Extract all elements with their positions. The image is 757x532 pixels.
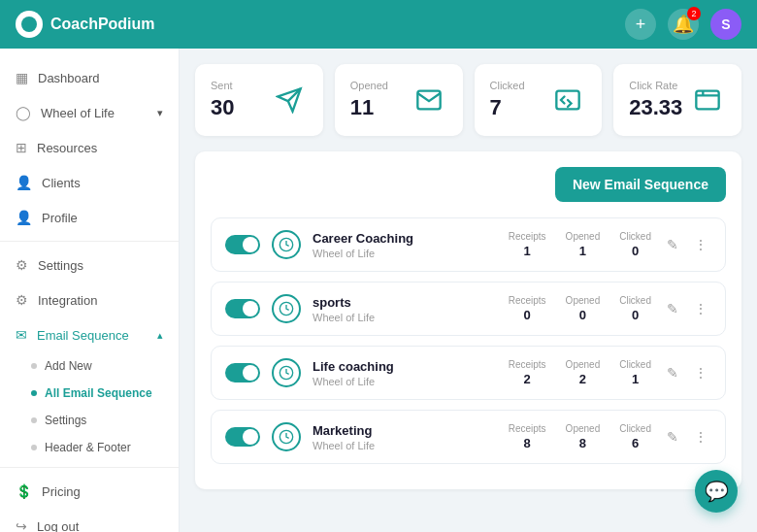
sequence-actions-marketing: ✎ ⋮ bbox=[663, 425, 711, 449]
dashboard-icon: ▦ bbox=[16, 70, 28, 85]
sidebar-label-profile: Profile bbox=[42, 211, 78, 225]
sequence-sub-career-coaching: Wheel of Life bbox=[313, 248, 497, 259]
resources-icon: ⊞ bbox=[16, 140, 27, 155]
sequence-sub-life-coaching: Wheel of Life bbox=[313, 376, 497, 387]
sidebar-subitem-settings[interactable]: Settings bbox=[0, 407, 179, 434]
stats-row: Sent 30 Opened 11 bbox=[195, 64, 741, 136]
stat-info-clicked: Clicked 7 bbox=[490, 80, 525, 120]
header-actions: + 🔔 2 S bbox=[625, 9, 741, 40]
sequence-row-marketing: Marketing Wheel of Life Receipts 8 Opene… bbox=[211, 410, 726, 464]
sequence-toggle-marketing[interactable] bbox=[225, 427, 260, 447]
notification-badge: 2 bbox=[687, 7, 701, 20]
sequence-name-life-coaching: Life coaching bbox=[313, 359, 497, 374]
sidebar-subitem-add-new[interactable]: Add New bbox=[0, 352, 179, 380]
sequence-info-career-coaching: Career Coaching Wheel of Life bbox=[313, 231, 497, 259]
header: CoachPodium + 🔔 2 S bbox=[0, 0, 757, 49]
sidebar-subitem-header-footer[interactable]: Header & Footer bbox=[0, 434, 179, 461]
stat-label-sent: Sent bbox=[211, 80, 234, 91]
sequence-actions-career-coaching: ✎ ⋮ bbox=[663, 233, 711, 256]
sequence-more-sports[interactable]: ⋮ bbox=[690, 297, 711, 320]
notification-button[interactable]: 🔔 2 bbox=[668, 9, 699, 40]
logout-icon: ↪ bbox=[16, 518, 27, 532]
sequence-more-marketing[interactable]: ⋮ bbox=[690, 425, 711, 449]
sidebar-label-header-footer: Header & Footer bbox=[45, 441, 131, 454]
sidebar-label-add-new: Add New bbox=[45, 359, 92, 373]
sidebar-label-clients: Clients bbox=[42, 176, 81, 190]
sequence-stats-life-coaching: Receipts 2 Opened 2 Clicked 1 bbox=[509, 359, 651, 386]
sequence-more-career-coaching[interactable]: ⋮ bbox=[690, 233, 711, 256]
sidebar-item-pricing[interactable]: 💲 Pricing bbox=[0, 474, 179, 509]
sequence-stats-sports: Receipts 0 Opened 0 Clicked 0 bbox=[509, 295, 651, 322]
sidebar-label-logout: Log out bbox=[37, 519, 79, 533]
sidebar-item-resources[interactable]: ⊞ Resources bbox=[0, 130, 179, 165]
stat-info-sent: Sent 30 bbox=[211, 80, 234, 120]
sequence-edit-career-coaching[interactable]: ✎ bbox=[663, 233, 682, 256]
stat-info-click-rate: Click Rate 23.33 bbox=[629, 80, 682, 120]
profile-icon: 👤 bbox=[16, 210, 32, 225]
sequences-list: Career Coaching Wheel of Life Receipts 1… bbox=[211, 217, 726, 464]
new-email-sequence-button[interactable]: New Email Sequence bbox=[555, 167, 726, 202]
subitem-dot-hf bbox=[31, 445, 37, 450]
sequence-edit-life-coaching[interactable]: ✎ bbox=[663, 361, 682, 384]
sidebar-label-dashboard: Dashboard bbox=[38, 71, 100, 85]
sidebar-label-sub-settings: Settings bbox=[45, 414, 86, 427]
fab-button[interactable]: 💬 bbox=[695, 470, 738, 513]
sequence-more-life-coaching[interactable]: ⋮ bbox=[690, 361, 711, 384]
avatar-button[interactable]: S bbox=[710, 9, 741, 40]
sequence-stats-marketing: Receipts 8 Opened 8 Clicked 6 bbox=[509, 423, 651, 450]
stat-value-sent: 30 bbox=[211, 95, 234, 120]
sidebar-item-logout[interactable]: ↪ Log out bbox=[0, 509, 179, 532]
sequence-toggle-career-coaching[interactable] bbox=[225, 235, 260, 254]
sequence-edit-marketing[interactable]: ✎ bbox=[663, 425, 682, 449]
subitem-dot-active bbox=[31, 390, 37, 396]
stat-card-click-rate: Click Rate 23.33 bbox=[613, 64, 741, 136]
subitem-dot bbox=[31, 363, 37, 369]
sidebar-label-settings: Settings bbox=[38, 258, 83, 273]
add-button[interactable]: + bbox=[625, 9, 656, 40]
sidebar-item-profile[interactable]: 👤 Profile bbox=[0, 200, 179, 235]
seq-receipts-marketing: Receipts 8 bbox=[509, 423, 546, 450]
integration-icon: ⚙ bbox=[16, 292, 28, 308]
main-layout: ▦ Dashboard ◯ Wheel of Life ▾ ⊞ Resource… bbox=[0, 49, 757, 532]
stat-value-opened: 11 bbox=[350, 95, 388, 120]
sent-icon bbox=[271, 82, 308, 118]
sequence-name-career-coaching: Career Coaching bbox=[313, 231, 497, 246]
email-sequence-submenu: Add New All Email Sequence Settings Head… bbox=[0, 352, 179, 461]
sidebar-item-clients[interactable]: 👤 Clients bbox=[0, 165, 179, 200]
sequences-section: New Email Sequence Career Coaching Wheel… bbox=[195, 151, 741, 489]
sidebar-item-dashboard[interactable]: ▦ Dashboard bbox=[0, 60, 179, 95]
sequence-sub-sports: Wheel of Life bbox=[313, 312, 497, 323]
seq-receipts-life-coaching: Receipts 2 bbox=[509, 359, 546, 386]
stat-value-click-rate: 23.33 bbox=[629, 95, 682, 120]
clicked-icon bbox=[549, 82, 586, 118]
sequence-info-marketing: Marketing Wheel of Life bbox=[313, 423, 497, 451]
seq-clicked-sports: Clicked 0 bbox=[619, 295, 651, 322]
chevron-up-icon: ▴ bbox=[157, 329, 163, 342]
sidebar-label-wheel: Wheel of Life bbox=[41, 106, 115, 120]
sequence-edit-sports[interactable]: ✎ bbox=[663, 297, 682, 320]
stat-card-clicked: Clicked 7 bbox=[475, 64, 603, 136]
sequence-clock-sports bbox=[272, 294, 301, 323]
seq-receipts-sports: Receipts 0 bbox=[509, 295, 546, 322]
sequence-name-sports: sports bbox=[313, 295, 497, 310]
sidebar-subitem-all-email-sequence[interactable]: All Email Sequence bbox=[0, 380, 179, 407]
sidebar-divider-2 bbox=[0, 467, 179, 468]
sequence-stats-career-coaching: Receipts 1 Opened 1 Clicked 0 bbox=[509, 231, 651, 258]
click-rate-icon bbox=[689, 82, 726, 118]
stat-value-clicked: 7 bbox=[490, 95, 525, 120]
sidebar-label-resources: Resources bbox=[37, 141, 97, 155]
stat-card-opened: Opened 11 bbox=[335, 64, 463, 136]
sidebar-item-email-sequence[interactable]: ✉ Email Sequence ▴ bbox=[0, 317, 179, 352]
sidebar-item-settings[interactable]: ⚙ Settings bbox=[0, 248, 179, 283]
sequence-clock-marketing bbox=[272, 422, 301, 451]
sidebar: ▦ Dashboard ◯ Wheel of Life ▾ ⊞ Resource… bbox=[0, 49, 180, 532]
sequence-toggle-sports[interactable] bbox=[225, 299, 260, 318]
main-content: Sent 30 Opened 11 bbox=[180, 49, 757, 532]
sequences-header: New Email Sequence bbox=[211, 167, 726, 202]
sequence-toggle-life-coaching[interactable] bbox=[225, 363, 260, 382]
sidebar-item-wheel-of-life[interactable]: ◯ Wheel of Life ▾ bbox=[0, 95, 179, 130]
seq-opened-marketing: Opened 8 bbox=[566, 423, 601, 450]
sequence-sub-marketing: Wheel of Life bbox=[313, 440, 497, 451]
sidebar-divider-1 bbox=[0, 241, 179, 242]
sidebar-item-integration[interactable]: ⚙ Integration bbox=[0, 283, 179, 317]
